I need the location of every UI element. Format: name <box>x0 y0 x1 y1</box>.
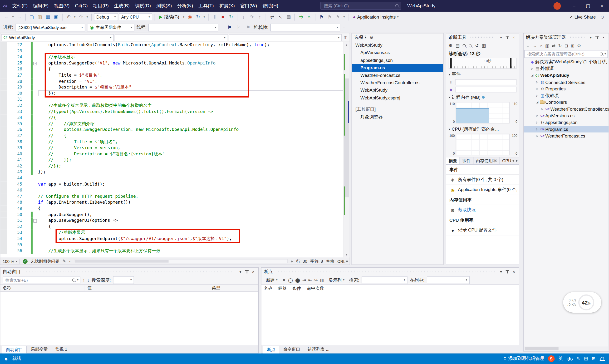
code-line[interactable]: 39 // Version = version, <box>0 145 350 151</box>
code-line[interactable]: 29 Description = $"项目名:V1版本" <box>0 84 350 91</box>
export-breakpoints-icon[interactable]: ⇥ <box>302 278 306 283</box>
breakpoint-margin[interactable] <box>0 78 7 84</box>
dropdown-caret-icon[interactable]: ▾ <box>182 15 186 18</box>
pin-icon[interactable] <box>506 36 509 39</box>
step-out-button[interactable]: ↑ <box>256 13 264 21</box>
breakpoint-margin[interactable] <box>0 145 7 151</box>
code-line[interactable]: 41 // }); <box>0 157 350 163</box>
breakpoint-margin[interactable] <box>0 48 7 54</box>
breakpoint-margin[interactable] <box>0 115 7 121</box>
feedback-icon[interactable]: ☻ <box>4 356 8 361</box>
cpu-chart[interactable]: 1000 1000 <box>448 134 517 155</box>
column-header[interactable]: 名称 <box>261 285 276 291</box>
window-menu-chevron-icon[interactable]: ▾ <box>498 270 504 274</box>
step-over-button[interactable]: ↷ <box>248 13 255 21</box>
menubar-item[interactable]: Git(G) <box>72 0 91 12</box>
breakpoint-margin[interactable] <box>0 54 7 60</box>
pin-icon[interactable] <box>245 270 249 273</box>
show-all-files-icon[interactable]: ⊞ <box>571 43 574 48</box>
minimize-button[interactable]: – <box>567 0 581 12</box>
breakpoint-margin[interactable] <box>0 187 7 193</box>
tree-item[interactable]: ◢Controllers <box>524 99 609 106</box>
menubar-item[interactable]: 调试(D) <box>132 0 154 12</box>
close-icon[interactable]: × <box>250 270 256 274</box>
code-line[interactable]: 48if (app.Environment.IsDevelopment()) <box>0 199 350 205</box>
sync-with-active-document-icon[interactable]: ⇄ <box>552 43 556 48</box>
menubar-item[interactable]: 扩展(X) <box>217 0 237 12</box>
tree-item[interactable]: ▷▤外部源 <box>524 65 609 72</box>
tree-item[interactable]: ◆解决方案"WebApiStudy"(1 个项目/共 <box>524 59 609 65</box>
scrollbar-thumb[interactable] <box>525 347 558 351</box>
code-line[interactable]: 54 options.SwaggerEndpoint($"/swagger/V1… <box>0 236 350 242</box>
type-dropdown[interactable]: ▾ <box>115 34 228 41</box>
app-insights-events-row[interactable]: ◉ Application Insights 事件(0 个, ... <box>446 185 519 195</box>
previous-match-icon[interactable]: ↑ <box>83 278 85 282</box>
line-ending-indicator[interactable]: CRLF <box>337 259 348 264</box>
breakpoint-margin[interactable] <box>0 127 7 133</box>
menubar-item[interactable]: 帮助(H) <box>260 0 281 12</box>
collapse-region-icon[interactable]: - <box>33 62 37 65</box>
vertical-scrollbar[interactable]: ▲ ▼ <box>343 42 350 257</box>
dropdown-caret-icon[interactable]: ▾ <box>73 15 77 18</box>
notifications-bell-icon[interactable] <box>600 357 604 360</box>
breakpoint-margin[interactable] <box>0 236 7 242</box>
column-header[interactable]: 类型 <box>209 285 258 291</box>
code-cleanup-icon[interactable]: ✎ <box>63 259 66 264</box>
expand-arrow-icon[interactable]: ▷ <box>535 114 540 117</box>
keyboard-icon[interactable]: ▤ <box>584 356 588 361</box>
stack-frame-combo[interactable]: ▾ <box>271 24 340 31</box>
expand-arrow-icon[interactable]: ▷ <box>535 87 540 91</box>
memory-chart[interactable]: 1100 1100 <box>448 102 517 123</box>
breakpoint-margin[interactable] <box>0 60 7 66</box>
code-line[interactable]: 26 { <box>0 66 350 72</box>
tree-item[interactable]: ▷◫依赖项 <box>524 92 609 99</box>
panel-tab[interactable]: 局部变量 <box>27 346 51 353</box>
live-share-button[interactable]: ↗Live Share <box>567 14 598 20</box>
solution-platforms-combo[interactable]: Any CPU▾ <box>119 13 152 21</box>
breakpoint-margin[interactable] <box>0 175 7 181</box>
code-area[interactable]: 22 options.IncludeXmlComments(Path.Combi… <box>0 42 350 257</box>
quick-search-box[interactable] <box>320 2 401 10</box>
scroll-right-arrow[interactable]: ▶ <box>291 260 293 263</box>
previous-bookmark-button[interactable]: ⚑ <box>326 13 334 21</box>
menubar-item[interactable]: 测试(S) <box>154 0 175 12</box>
breakpoint-margin[interactable] <box>0 66 7 72</box>
save-button[interactable]: ▦ <box>44 13 52 21</box>
solution-search-input[interactable] <box>526 52 598 57</box>
breakpoint-margin[interactable] <box>0 218 7 224</box>
forward-icon[interactable]: → <box>533 43 537 48</box>
code-line[interactable]: 23 <box>0 48 350 54</box>
open-file-button[interactable]: ▥ <box>36 13 43 21</box>
menubar-item[interactable]: 文件(F) <box>10 0 30 12</box>
document-tab[interactable]: WebApiStudy <box>352 87 443 94</box>
diagnostics-tab[interactable]: 摘要 <box>446 157 460 164</box>
disable-all-breakpoints-icon[interactable]: ◯ <box>288 278 293 283</box>
breakpoint-margin[interactable] <box>0 151 7 157</box>
breakpoint-margin[interactable] <box>0 103 7 108</box>
window-menu-chevron-icon[interactable]: ▾ <box>588 36 594 40</box>
pin-icon[interactable] <box>506 270 509 273</box>
ime-language-indicator[interactable]: 英 <box>558 356 563 362</box>
solution-configurations-combo[interactable]: Debug▾ <box>94 13 118 21</box>
back-icon[interactable]: ← <box>526 43 530 48</box>
new-breakpoint-button[interactable]: 新建 ▾ <box>264 276 280 284</box>
timeline-end-handle[interactable] <box>510 58 512 68</box>
search-depth-combo[interactable]: ▾ <box>113 276 134 284</box>
code-line[interactable]: 37 // { <box>0 133 350 139</box>
dropdown-caret-icon[interactable]: ▾ <box>11 15 15 18</box>
code-line[interactable]: 49{ <box>0 206 350 211</box>
indentation-indicator[interactable]: 空格 <box>326 259 334 264</box>
drag-handle[interactable] <box>276 271 495 273</box>
menubar-item[interactable]: 项目(P) <box>91 0 111 12</box>
code-line[interactable]: 35 // //添加文档介绍 <box>0 121 350 127</box>
cpu-section-header[interactable]: ▴ CPU (所有处理器的百... <box>446 125 519 133</box>
collapse-region-icon[interactable]: - <box>33 219 37 223</box>
autos-search-input[interactable] <box>5 277 71 283</box>
code-line[interactable]: 55 <box>0 242 350 248</box>
tab-scroll-left-icon[interactable]: ◀ <box>511 157 515 164</box>
code-line[interactable]: 51- app.UseSwaggerUI(options => <box>0 218 350 224</box>
restart-application-button[interactable]: ↻ <box>194 13 202 21</box>
menubar-item[interactable]: 窗口(W) <box>237 0 260 12</box>
pin-icon[interactable] <box>596 36 599 39</box>
expand-arrow-icon[interactable]: ▷ <box>540 107 544 111</box>
